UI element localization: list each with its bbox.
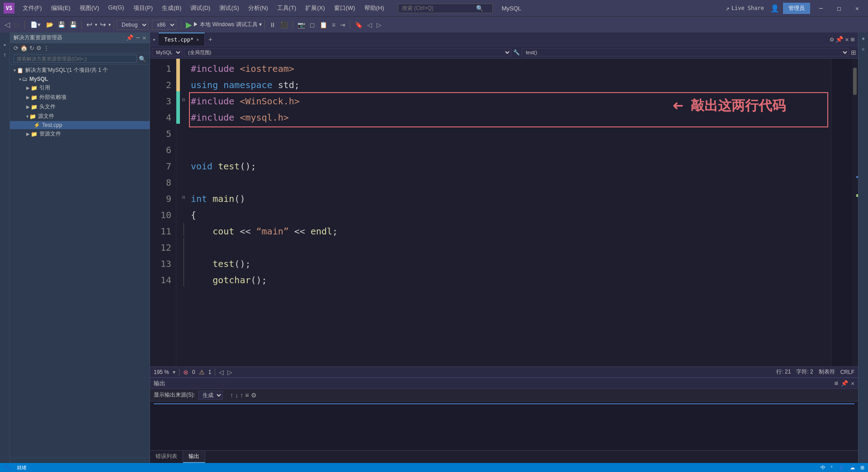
user-button[interactable]: 管理员 (783, 3, 810, 14)
minimize-button[interactable]: ─ (814, 0, 828, 16)
tab-expand-icon[interactable]: ⊞ (851, 36, 854, 43)
breakpoint-button[interactable]: ⬛ (278, 20, 290, 29)
se-search-input[interactable] (14, 55, 137, 63)
close-button[interactable]: ✕ (850, 0, 864, 16)
tool2-button[interactable]: ◻ (308, 20, 317, 29)
output-btn3[interactable]: ↑ (240, 392, 243, 399)
user-icon[interactable]: 👤 (770, 4, 779, 13)
output-btn5[interactable]: ⚙ (251, 392, 257, 399)
output-pin-icon[interactable]: 📌 (841, 380, 848, 387)
undo-dropdown[interactable]: ▾ (95, 22, 97, 27)
redo-dropdown[interactable]: ▾ (108, 22, 111, 27)
tree-item-solution[interactable]: ▾ 📋 解决方案'MySQL'(1 个项目/共 1 个 (10, 65, 150, 75)
tab-error-list[interactable]: 错误列表 (150, 451, 183, 463)
file-nav-select[interactable]: MySQL (152, 48, 182, 56)
se-more-button[interactable]: ⋮ (43, 45, 49, 51)
menu-file[interactable]: 文件(F) (18, 2, 47, 14)
next-error-button[interactable]: ▷ (227, 369, 232, 376)
menu-debug[interactable]: 调试(D) (186, 2, 215, 14)
tab-output[interactable]: 输出 (183, 451, 205, 463)
tree-item-testcpp[interactable]: ⚡ Test.cpp (10, 121, 150, 129)
function-nav-select[interactable]: test() (522, 48, 849, 56)
menu-tools[interactable]: 工具(T) (273, 2, 301, 14)
tab-add[interactable]: + (205, 33, 216, 46)
maximize-button[interactable]: □ (832, 0, 846, 16)
tree-item-headers[interactable]: ▶ 📁 头文件 (10, 102, 150, 112)
se-pin-icon[interactable]: 📌 (126, 34, 133, 41)
sidebar-icon-3[interactable]: T (4, 51, 6, 60)
output-close-icon[interactable]: ✕ (851, 380, 854, 387)
right-icon-2[interactable]: ⚙ (862, 45, 864, 53)
se-home-button[interactable]: 🏠 (20, 45, 28, 51)
fold-icon-9[interactable]: ⊟ (182, 195, 185, 200)
tree-item-source[interactable]: ▾ 📁 源文件 (10, 112, 150, 121)
tree-item-external[interactable]: ▶ 📁 外部依赖项 (10, 93, 150, 102)
search-box[interactable]: 🔍 (398, 4, 493, 13)
undo-button[interactable]: ↩ (85, 19, 94, 30)
sidebar-icon-1[interactable]: 解 (2, 34, 8, 38)
menu-view[interactable]: 视图(V) (75, 2, 104, 14)
tab-scroll-right[interactable]: ▸ (150, 36, 159, 42)
fold-icon-3[interactable]: ⊟ (182, 97, 185, 102)
forward-button[interactable]: ▷ (13, 19, 22, 30)
menu-analyze[interactable]: 分析(N) (244, 2, 273, 14)
debug-config-dropdown[interactable]: Debug (117, 20, 148, 30)
tool4-button[interactable]: ≡ (330, 20, 337, 29)
tool5-button[interactable]: ⇥ (338, 20, 347, 29)
tree-item-mysql[interactable]: ▾ 🗂 MySQL (10, 75, 150, 83)
menu-build[interactable]: 生成(B) (157, 2, 186, 14)
tab-close-icon[interactable]: ✕ (845, 36, 849, 43)
tool3-button[interactable]: 📋 (318, 20, 329, 29)
menu-git[interactable]: Git(G) (104, 2, 128, 14)
menu-help[interactable]: 帮助(H) (360, 2, 389, 14)
menu-test[interactable]: 测试(S) (215, 2, 243, 14)
run-label[interactable]: ▶ 本地 Windows 调试工具 ▾ (193, 21, 262, 28)
tree-item-references[interactable]: ▶ 📁 引用 (10, 83, 150, 93)
liveshare-button[interactable]: ↗ Live Share (723, 4, 767, 13)
tab-testcpp-close[interactable]: ✕ (196, 37, 199, 42)
menu-project[interactable]: 项目(P) (129, 2, 157, 14)
save-all-button[interactable]: 💾 (68, 20, 79, 29)
right-scrollbar-area[interactable] (831, 59, 858, 366)
se-search-icon[interactable]: 🔍 (139, 56, 146, 62)
tab-settings-icon[interactable]: ⚙ (830, 36, 834, 43)
search-input[interactable] (402, 5, 474, 11)
zoom-level[interactable]: 195 % (154, 369, 169, 375)
save-button[interactable]: 💾 (56, 20, 67, 29)
expand-button[interactable]: ⊞ (851, 49, 856, 56)
se-close-icon[interactable]: ✕ (142, 34, 146, 41)
tab-testcpp[interactable]: Test.cpp* ✕ (159, 33, 205, 46)
arch-dropdown[interactable]: x86 (152, 20, 176, 30)
redo-button[interactable]: ↪ (98, 19, 108, 30)
run-button[interactable]: ▶ (186, 20, 192, 30)
output-float-icon[interactable]: ⊞ (835, 380, 838, 387)
se-unpin-icon[interactable]: ─ (136, 34, 140, 41)
code-content[interactable]: #include <iostream> using namespace std;… (187, 59, 831, 366)
scroll-thumb[interactable] (853, 68, 857, 95)
menu-edit[interactable]: 编辑(E) (47, 2, 75, 14)
bookmark-button[interactable]: 🔖 (353, 20, 364, 29)
output-btn2[interactable]: ↓ (235, 392, 238, 399)
right-icon-1[interactable]: ◉ (862, 34, 864, 42)
menu-window[interactable]: 窗口(W) (330, 2, 360, 14)
se-scrollbar[interactable] (10, 458, 150, 463)
tree-item-resources[interactable]: ▶ 📁 资源文件 (10, 129, 150, 139)
open-button[interactable]: 📂 (44, 20, 55, 29)
nav-next-button[interactable]: ▷ (375, 20, 383, 29)
zoom-dropdown[interactable]: ▾ (173, 369, 175, 375)
back-button[interactable]: ◁ (3, 19, 12, 30)
output-btn1[interactable]: ↑ (230, 392, 233, 399)
new-file-button[interactable]: 📄▾ (28, 20, 43, 29)
se-filter-button[interactable]: ⚙ (36, 45, 42, 51)
output-btn4[interactable]: ≡ (245, 392, 249, 399)
scope-nav-select[interactable]: (全局范围) (184, 48, 511, 56)
tool1-button[interactable]: 📷 (296, 20, 307, 29)
se-sync-button[interactable]: ⟳ (14, 45, 19, 51)
output-source-select[interactable]: 生成 (198, 391, 223, 400)
prev-error-button[interactable]: ◁ (219, 369, 224, 376)
sidebar-icon-2[interactable]: ◈ (4, 41, 6, 49)
menu-extensions[interactable]: 扩展(X) (301, 2, 329, 14)
se-refresh-button[interactable]: ↻ (29, 45, 34, 51)
tab-pin-icon[interactable]: 📌 (835, 36, 843, 43)
pause-button[interactable]: ⏸ (268, 20, 278, 29)
